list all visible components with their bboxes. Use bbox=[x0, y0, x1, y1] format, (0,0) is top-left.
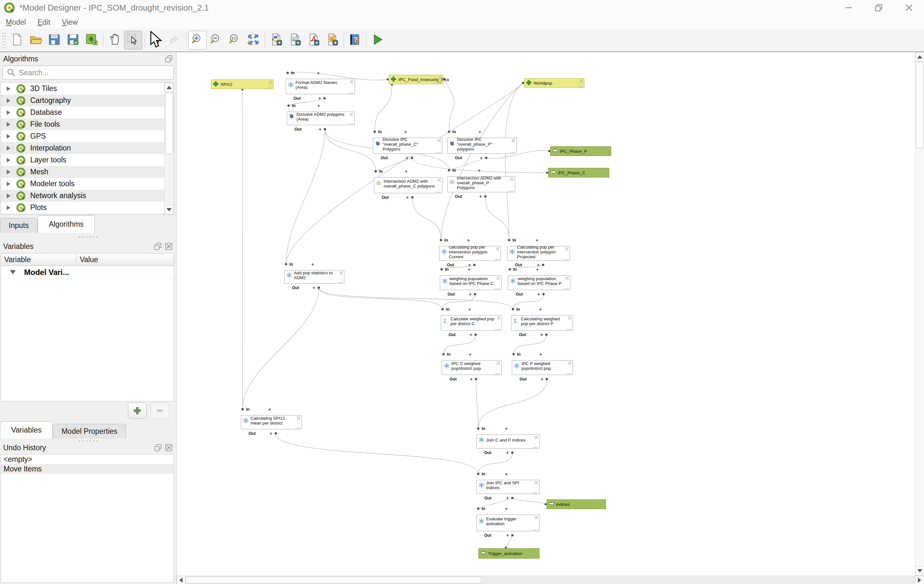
remove-item-icon[interactable] bbox=[510, 177, 514, 181]
remove-item-icon[interactable] bbox=[496, 247, 500, 251]
minimize-button[interactable] bbox=[833, 0, 863, 15]
scroll-down-arrow[interactable] bbox=[915, 566, 924, 576]
model-node-dissolveAdm2[interactable]: Dissolve ADM2 polygons (Area) bbox=[287, 112, 355, 125]
remove-item-icon[interactable] bbox=[535, 481, 538, 485]
save-to-project-button[interactable] bbox=[82, 31, 101, 49]
expand-inputs-plus[interactable]: + bbox=[469, 351, 472, 357]
model-node-ipcFood[interactable]: IPC_Food_Insecurity_Pha bbox=[389, 74, 443, 84]
model-node-ipcPhaseC[interactable]: IPC_Phase_C bbox=[548, 168, 609, 178]
expand-arrow-icon[interactable] bbox=[7, 86, 10, 91]
open-model-button[interactable] bbox=[27, 31, 45, 49]
undo-item[interactable]: Move Items bbox=[1, 464, 173, 474]
model-node-dissolveC[interactable]: Dissolve IPC "overall_phase_C" Polygons bbox=[373, 138, 442, 154]
save-model-button[interactable] bbox=[45, 31, 63, 49]
column-header-value[interactable]: Value bbox=[76, 254, 173, 266]
algorithm-search-input[interactable]: Search... bbox=[3, 66, 173, 80]
scroll-left-arrow[interactable] bbox=[177, 576, 185, 584]
algorithm-group-interpolation[interactable]: Interpolation bbox=[1, 142, 173, 154]
remove-item-icon[interactable] bbox=[535, 549, 538, 553]
toolbar-drag-handle[interactable] bbox=[2, 32, 7, 49]
expand-arrow-icon[interactable] bbox=[7, 170, 10, 174]
tab-inputs[interactable]: Inputs bbox=[0, 218, 38, 233]
export-python-button[interactable] bbox=[267, 31, 285, 49]
new-model-button[interactable] bbox=[8, 31, 26, 49]
expand-outputs-plus[interactable]: + bbox=[470, 376, 473, 382]
algorithm-group-database[interactable]: Database bbox=[1, 106, 173, 118]
remove-item-icon[interactable] bbox=[565, 247, 569, 251]
select-button[interactable] bbox=[124, 31, 142, 49]
scroll-up-arrow[interactable] bbox=[165, 82, 173, 92]
model-node-dissolveP[interactable]: Dissolve IPC "overall_phase_P" polygons bbox=[447, 138, 516, 154]
remove-item-icon[interactable] bbox=[565, 276, 569, 280]
expand-outputs-plus[interactable]: + bbox=[469, 332, 472, 337]
remove-item-icon[interactable] bbox=[269, 81, 272, 84]
panel-splitter[interactable] bbox=[0, 439, 176, 442]
model-canvas[interactable]: SPI12 IPC_Food_Insecurity_Pha Worldpop I… bbox=[177, 52, 915, 576]
zoom-in-button[interactable] bbox=[188, 31, 206, 49]
model-node-indices[interactable]: indices bbox=[546, 500, 606, 509]
help-button[interactable]: ? bbox=[346, 31, 364, 49]
model-node-calcSpiMean[interactable]: Calculating SPI12 mean per district bbox=[241, 415, 302, 429]
float-panel-icon[interactable] bbox=[165, 54, 173, 63]
algorithm-group-modeler-tools[interactable]: Modeler tools bbox=[1, 178, 173, 190]
scroll-thumb[interactable] bbox=[165, 93, 173, 154]
expand-outputs-plus[interactable]: + bbox=[269, 431, 272, 436]
algorithm-group-3d-tiles[interactable]: 3D Tiles bbox=[1, 82, 173, 94]
remove-item-icon[interactable] bbox=[535, 515, 538, 520]
remove-item-icon[interactable] bbox=[497, 276, 500, 280]
model-node-formatAdm2[interactable]: Format ADM2 Names (Area) bbox=[286, 79, 355, 94]
model-node-trigger[interactable]: Trigger_activation bbox=[478, 548, 540, 559]
expand-outputs-plus[interactable]: + bbox=[537, 291, 540, 297]
remove-item-icon[interactable] bbox=[568, 316, 572, 320]
algorithm-group-layer-tools[interactable]: Layer tools bbox=[1, 154, 173, 166]
scroll-down-arrow[interactable] bbox=[165, 205, 173, 214]
tab-model-properties[interactable]: Model Properties bbox=[53, 424, 126, 439]
undo-button[interactable] bbox=[147, 31, 165, 49]
canvas-horizontal-scrollbar[interactable] bbox=[177, 576, 924, 584]
expand-outputs-plus[interactable]: + bbox=[312, 285, 315, 290]
zoom-out-button[interactable] bbox=[207, 31, 225, 49]
expand-arrow-icon[interactable] bbox=[7, 146, 10, 150]
expand-arrow-icon[interactable] bbox=[7, 194, 10, 198]
scroll-thumb[interactable] bbox=[916, 62, 923, 148]
expand-outputs-plus[interactable]: + bbox=[506, 450, 509, 455]
scroll-right-arrow[interactable] bbox=[915, 576, 924, 584]
remove-item-icon[interactable] bbox=[601, 500, 605, 504]
remove-variable-button[interactable] bbox=[150, 403, 169, 419]
expand-outputs-plus[interactable]: + bbox=[506, 495, 509, 501]
remove-item-icon[interactable] bbox=[535, 436, 538, 439]
algorithm-group-plots[interactable]: Plots bbox=[1, 201, 173, 214]
run-model-button[interactable] bbox=[369, 31, 387, 49]
close-panel-icon[interactable] bbox=[165, 444, 173, 452]
remove-item-icon[interactable] bbox=[568, 361, 572, 365]
model-node-joinIpcSpi[interactable]: Join IPC and SPI indices bbox=[477, 480, 540, 494]
expand-inputs-plus[interactable]: + bbox=[478, 168, 481, 173]
model-node-ipcPhaseP[interactable]: IPC_Phase_P bbox=[550, 146, 611, 156]
export-svg-button[interactable] bbox=[323, 31, 341, 49]
panel-splitter[interactable] bbox=[0, 235, 176, 239]
scroll-up-arrow[interactable] bbox=[915, 52, 924, 62]
zoom-full-button[interactable] bbox=[244, 31, 262, 49]
remove-item-icon[interactable] bbox=[497, 361, 500, 365]
expand-arrow-icon[interactable] bbox=[7, 134, 10, 139]
remove-item-icon[interactable] bbox=[604, 169, 608, 173]
model-node-calcWeighedP[interactable]: Σ Calculating weighed pop per district P bbox=[511, 315, 573, 331]
expand-inputs-plus[interactable]: + bbox=[539, 307, 542, 312]
remove-item-icon[interactable] bbox=[497, 316, 501, 320]
expand-arrow-icon[interactable] bbox=[7, 182, 10, 186]
expand-outputs-plus[interactable]: + bbox=[540, 332, 543, 337]
export-image-button[interactable] bbox=[286, 31, 304, 49]
expand-outputs-plus[interactable]: + bbox=[406, 155, 409, 160]
close-panel-icon[interactable] bbox=[165, 242, 173, 251]
model-variables-group-row[interactable]: Model Vari... bbox=[1, 266, 173, 279]
algorithm-group-gps[interactable]: GPS bbox=[1, 130, 173, 142]
expand-inputs-plus[interactable]: + bbox=[467, 238, 470, 243]
expand-inputs-plus[interactable]: + bbox=[469, 307, 471, 312]
close-button[interactable] bbox=[894, 0, 924, 15]
model-node-weighC[interactable]: weighing population based on IPC Phase C bbox=[440, 275, 502, 290]
expand-outputs-plus[interactable]: + bbox=[406, 195, 409, 200]
expand-arrow-icon[interactable] bbox=[7, 158, 10, 162]
remove-item-icon[interactable] bbox=[297, 416, 300, 420]
remove-item-icon[interactable] bbox=[438, 76, 442, 79]
model-node-calcPopC[interactable]: calculating pop per intersection polygon… bbox=[439, 246, 501, 261]
